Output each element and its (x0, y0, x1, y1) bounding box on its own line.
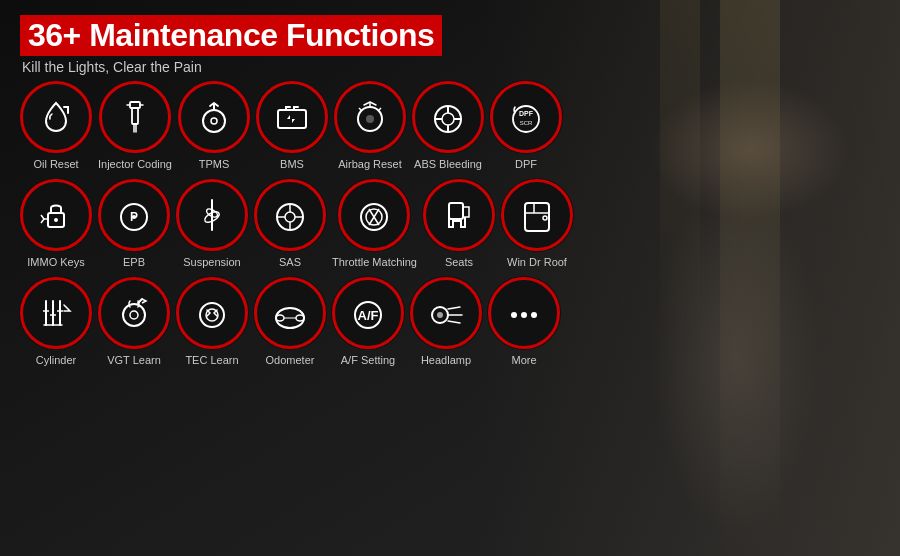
icon-label-af-setting: A/F Setting (341, 354, 395, 367)
icon-label-oil-reset: Oil Reset (33, 158, 78, 171)
icon-circle-tpms (178, 81, 250, 153)
icon-circle-odometer (254, 277, 326, 349)
svg-text:P: P (130, 210, 138, 224)
icon-label-tpms: TPMS (199, 158, 230, 171)
svg-point-56 (437, 312, 443, 318)
icon-circle-abs-bleeding (412, 81, 484, 153)
svg-rect-1 (132, 108, 138, 124)
svg-line-59 (448, 321, 460, 323)
svg-point-48 (200, 303, 224, 327)
icon-row-2: IMMO Keys P EPB Suspension SAS Throttle … (20, 179, 880, 269)
icon-row-1: Oil Reset Injector Coding TPMS BMS Airba… (20, 81, 880, 171)
icon-label-odometer: Odometer (266, 354, 315, 367)
icon-label-airbag-reset: Airbag Reset (338, 158, 402, 171)
svg-point-6 (366, 115, 374, 123)
icon-item-seats[interactable]: Seats (423, 179, 495, 269)
icon-circle-immo-keys (20, 179, 92, 251)
svg-rect-37 (449, 203, 463, 219)
icon-circle-suspension (176, 179, 248, 251)
icon-label-tec-learn: TEC Learn (185, 354, 238, 367)
icon-circle-oil-reset (20, 81, 92, 153)
subtitle: Kill the Lights, Clear the Pain (22, 59, 880, 75)
svg-text:A/F: A/F (358, 308, 379, 323)
svg-point-39 (543, 216, 547, 220)
icon-item-tec-learn[interactable]: TEC Learn (176, 277, 248, 367)
icon-item-immo-keys[interactable]: IMMO Keys (20, 179, 92, 269)
icon-label-win-dr-roof: Win Dr Roof (507, 256, 567, 269)
icon-row-3: Cylinder VGT Learn TEC Learn Odometer A/… (20, 277, 880, 367)
icon-label-throttle-matching: Throttle Matching (332, 256, 417, 269)
icon-label-suspension: Suspension (183, 256, 241, 269)
icon-item-injector-coding[interactable]: Injector Coding (98, 81, 172, 171)
svg-rect-0 (130, 102, 140, 108)
icon-item-vgt-learn[interactable]: VGT Learn (98, 277, 170, 367)
icon-item-headlamp[interactable]: Headlamp (410, 277, 482, 367)
svg-text:DPF: DPF (519, 110, 534, 117)
icon-item-epb[interactable]: P EPB (98, 179, 170, 269)
svg-point-46 (123, 304, 145, 326)
icon-label-vgt-learn: VGT Learn (107, 354, 161, 367)
icon-label-sas: SAS (279, 256, 301, 269)
svg-point-20 (54, 218, 58, 222)
icon-circle-tec-learn (176, 277, 248, 349)
icon-circle-throttle-matching (338, 179, 410, 251)
icon-item-abs-bleeding[interactable]: ABS Bleeding (412, 81, 484, 171)
icon-item-win-dr-roof[interactable]: Win Dr Roof (501, 179, 573, 269)
svg-point-3 (211, 118, 217, 124)
svg-point-51 (276, 315, 284, 321)
icon-circle-epb: P (98, 179, 170, 251)
icon-item-suspension[interactable]: Suspension (176, 179, 248, 269)
svg-point-60 (511, 312, 517, 318)
icon-item-more[interactable]: More (488, 277, 560, 367)
icon-circle-headlamp (410, 277, 482, 349)
icon-circle-airbag-reset (334, 81, 406, 153)
icon-item-airbag-reset[interactable]: Airbag Reset (334, 81, 406, 171)
icon-item-oil-reset[interactable]: Oil Reset (20, 81, 92, 171)
icon-circle-bms (256, 81, 328, 153)
header: 36+ Maintenance Functions Kill the Light… (20, 15, 880, 75)
svg-line-57 (448, 307, 460, 309)
title-line: 36+ Maintenance Functions (20, 15, 880, 56)
icon-label-bms: BMS (280, 158, 304, 171)
icon-label-cylinder: Cylinder (36, 354, 76, 367)
svg-line-8 (378, 108, 381, 111)
icon-circle-vgt-learn (98, 277, 170, 349)
icon-item-dpf[interactable]: DPF SCR DPF (490, 81, 562, 171)
svg-point-11 (442, 113, 454, 125)
svg-point-47 (130, 311, 138, 319)
icon-label-dpf: DPF (515, 158, 537, 171)
icon-label-epb: EPB (123, 256, 145, 269)
icon-item-af-setting[interactable]: A/F A/F Setting (332, 277, 404, 367)
icon-label-abs-bleeding: ABS Bleeding (414, 158, 482, 171)
main-content: 36+ Maintenance Functions Kill the Light… (0, 0, 900, 556)
icon-rows: Oil Reset Injector Coding TPMS BMS Airba… (20, 81, 880, 368)
icon-circle-af-setting: A/F (332, 277, 404, 349)
svg-point-61 (521, 312, 527, 318)
svg-text:SCR: SCR (520, 120, 533, 126)
icon-item-odometer[interactable]: Odometer (254, 277, 326, 367)
icon-label-injector-coding: Injector Coding (98, 158, 172, 171)
svg-line-9 (359, 108, 362, 111)
icon-circle-injector-coding (99, 81, 171, 153)
icon-circle-win-dr-roof (501, 179, 573, 251)
svg-rect-38 (525, 203, 549, 231)
icon-circle-cylinder (20, 277, 92, 349)
svg-point-62 (531, 312, 537, 318)
icon-circle-sas (254, 179, 326, 251)
icon-item-tpms[interactable]: TPMS (178, 81, 250, 171)
icon-label-seats: Seats (445, 256, 473, 269)
icon-item-cylinder[interactable]: Cylinder (20, 277, 92, 367)
icon-item-sas[interactable]: SAS (254, 179, 326, 269)
icon-label-more: More (511, 354, 536, 367)
icon-circle-dpf: DPF SCR (490, 81, 562, 153)
icon-item-throttle-matching[interactable]: Throttle Matching (332, 179, 417, 269)
icon-circle-more (488, 277, 560, 349)
icon-label-immo-keys: IMMO Keys (27, 256, 84, 269)
icon-label-headlamp: Headlamp (421, 354, 471, 367)
icon-circle-seats (423, 179, 495, 251)
svg-point-52 (296, 315, 304, 321)
icon-item-bms[interactable]: BMS (256, 81, 328, 171)
svg-point-2 (203, 110, 225, 132)
title-highlight: 36+ Maintenance Functions (20, 15, 442, 56)
svg-point-28 (285, 212, 295, 222)
